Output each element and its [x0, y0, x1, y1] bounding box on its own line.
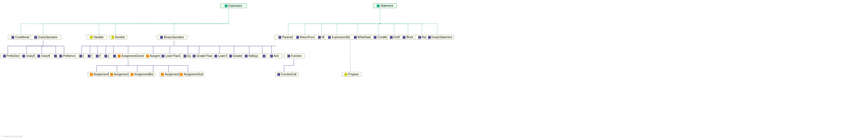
number-icon — [112, 36, 114, 39]
assignment-icon — [146, 55, 149, 57]
assignmentadd-icon — [110, 73, 113, 76]
div-icon — [113, 55, 116, 57]
number-label: Number — [115, 36, 125, 39]
lowerthanorequal-icon — [161, 55, 164, 57]
node-conditional[interactable]: Conditional — [8, 35, 33, 39]
binaryoperation-icon — [160, 36, 163, 39]
assignmentgeneric-label: AssignmentGeneric — [121, 54, 146, 57]
watermark: Powered by yFiles — [2, 135, 23, 138]
read-icon — [418, 36, 421, 39]
node-block[interactable]: Block — [400, 35, 416, 39]
prefixdecrement-icon — [3, 55, 6, 57]
lowerthan-icon — [214, 55, 217, 57]
conditional-label: Conditional — [15, 36, 29, 39]
node-program[interactable]: Program — [342, 72, 362, 77]
statement-icon — [377, 4, 379, 7]
block-label: Block — [406, 36, 413, 39]
assignmentsub-label: AssignmentSub — [184, 73, 203, 76]
block-icon — [403, 36, 405, 39]
returnfunction-icon — [296, 36, 299, 39]
statement-label: Statement — [380, 4, 393, 7]
expression-label: Expression — [228, 4, 242, 7]
node-assignmentgeneric[interactable]: AssignmentGeneric — [116, 54, 148, 58]
node-binaryoperation[interactable]: BinaryOperation — [157, 35, 187, 39]
diagram-canvas: Expression Statement Conditional UnaryOp… — [0, 0, 868, 140]
node-assignmentsub[interactable]: AssignmentSub — [179, 72, 204, 77]
dowhile-icon — [390, 36, 393, 39]
node-emptystatement[interactable]: EmptyStatement — [426, 35, 454, 39]
or-icon — [262, 55, 266, 57]
node-unaryoperation[interactable]: UnaryOperation — [31, 35, 61, 39]
assignmentmod-icon — [161, 73, 164, 76]
sub-icon — [80, 55, 82, 57]
assignmentgeneric-icon — [118, 55, 121, 57]
assignmentsub-icon — [180, 73, 183, 76]
and-label: And — [274, 54, 279, 57]
emptystatement-label: EmptyStatement — [432, 36, 452, 39]
unaryoperation-icon — [34, 36, 37, 39]
assignmentmul-icon — [131, 73, 133, 76]
unaryoperation-label: UnaryOperation — [38, 36, 58, 39]
mul-icon — [88, 55, 91, 57]
function-icon — [287, 55, 290, 57]
emptystatement-icon — [428, 36, 431, 39]
variable-label: Variable — [94, 36, 103, 39]
unaryplus-icon — [22, 55, 25, 57]
and-icon — [270, 55, 273, 57]
node-statement[interactable]: Statement — [373, 3, 397, 8]
assignmentdiv-icon — [90, 73, 93, 76]
binaryoperation-label: BinaryOperation — [164, 36, 184, 39]
prefixincrement-icon — [59, 55, 62, 57]
parameter-icon — [278, 36, 281, 39]
expressionstatement-icon — [328, 36, 331, 39]
add-icon — [104, 55, 107, 57]
program-label: Program — [348, 73, 359, 76]
greaterthan-icon — [229, 55, 232, 57]
node-and[interactable]: And — [266, 54, 283, 58]
unaryminus-icon — [37, 55, 40, 57]
expression-icon — [225, 4, 227, 7]
mod-icon — [96, 55, 99, 57]
function-label: Function — [291, 54, 302, 57]
connection-lines — [0, 0, 868, 140]
node-expression[interactable]: Expression — [220, 3, 247, 8]
functioncall-label: FunctionCall — [281, 73, 297, 76]
notequal-icon — [245, 55, 248, 57]
greaterthanorequal-icon — [193, 55, 195, 57]
node-functioncall[interactable]: FunctionCall — [275, 72, 299, 77]
node-assignmentmul[interactable]: AssignmentMul — [129, 72, 155, 77]
program-icon — [344, 73, 347, 76]
condition-icon — [374, 36, 376, 39]
variable-icon — [90, 36, 93, 39]
node-function[interactable]: Function — [284, 54, 305, 58]
node-number[interactable]: Number — [109, 35, 127, 39]
assignmentmul-label: AssignmentMul — [134, 73, 153, 76]
not-icon — [54, 55, 57, 57]
whilestatement-icon — [354, 36, 357, 39]
conditional-icon — [11, 36, 14, 39]
equal-icon — [184, 55, 186, 57]
write-icon — [318, 36, 321, 39]
functioncall-icon — [277, 73, 280, 76]
node-variable[interactable]: Variable — [86, 35, 107, 39]
